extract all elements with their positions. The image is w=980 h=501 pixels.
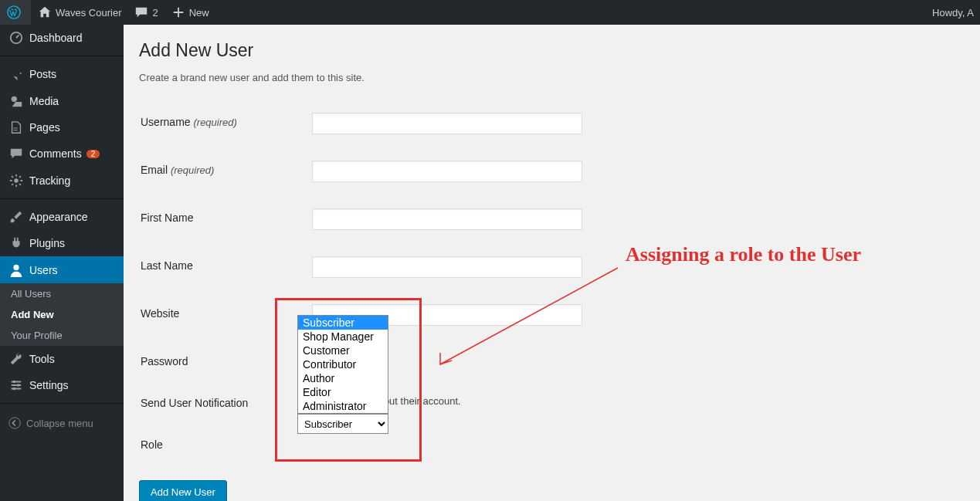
email-label: Email (required) [141, 148, 310, 195]
sidebar-label: Appearance [29, 211, 88, 223]
sidebar-label: Tracking [29, 174, 70, 187]
sidebar-label: Media [29, 95, 59, 107]
svg-point-4 [13, 264, 19, 269]
last-name-label: Last Name [141, 244, 310, 290]
collapse-label: Collapse menu [26, 418, 93, 429]
email-input[interactable] [312, 161, 582, 182]
page-icon [9, 120, 23, 134]
user-form: Username (required) Email (required) Fir… [139, 99, 965, 465]
role-option-editor[interactable]: Editor [298, 385, 388, 399]
page-title: Add New User [139, 40, 965, 61]
sliders-icon [9, 378, 23, 392]
username-input[interactable] [312, 113, 582, 134]
sidebar-item-plugins[interactable]: Plugins [0, 230, 124, 256]
role-option-administrator[interactable]: Administrator [298, 399, 388, 413]
sidebar-item-tools[interactable]: Tools [0, 346, 124, 372]
user-icon [9, 263, 23, 277]
admin-toolbar: Waves Courier 2 New Howdy, A [0, 0, 980, 25]
sidebar-item-users[interactable]: Users [0, 256, 124, 283]
sidebar-label: Posts [29, 68, 56, 80]
notification-label: Send User Notification [141, 381, 310, 421]
role-option-author[interactable]: Author [298, 371, 388, 385]
website-label: Website [141, 292, 310, 338]
main-content: Add New User Create a brand new user and… [124, 25, 980, 501]
home-icon [38, 5, 52, 19]
role-label: Role [141, 423, 310, 463]
submenu-all-users[interactable]: All Users [0, 283, 124, 304]
svg-point-5 [13, 381, 16, 384]
sidebar-label: Settings [29, 379, 69, 391]
site-name: Waves Courier [56, 7, 121, 19]
howdy-text: Howdy, A [932, 7, 974, 19]
dashboard-icon [9, 31, 23, 45]
new-label: New [189, 7, 209, 19]
sidebar-item-comments[interactable]: Comments 2 [0, 140, 124, 167]
comment-icon [134, 5, 148, 19]
comments-link[interactable]: 2 [127, 0, 164, 25]
collapse-icon [8, 416, 22, 430]
role-option-contributor[interactable]: Contributor [298, 357, 388, 371]
users-submenu: All Users Add New Your Profile [0, 283, 124, 346]
page-description: Create a brand new user and add them to … [139, 72, 965, 83]
role-option-customer[interactable]: Customer [298, 344, 388, 357]
sidebar-label: Plugins [29, 237, 65, 249]
pin-icon [9, 68, 23, 82]
password-label: Password [141, 340, 310, 380]
sidebar-item-dashboard[interactable]: Dashboard [0, 25, 124, 51]
first-name-input[interactable] [312, 208, 582, 230]
comment-count-badge: 2 [86, 150, 100, 158]
new-content-link[interactable]: New [164, 0, 215, 25]
role-options-list[interactable]: Subscriber Shop Manager Customer Contrib… [297, 315, 388, 414]
comments-count: 2 [152, 7, 158, 19]
sidebar-label: Pages [29, 121, 60, 134]
gear-icon [9, 174, 23, 188]
first-name-label: First Name [141, 196, 310, 242]
sidebar-item-pages[interactable]: Pages [0, 114, 124, 140]
plug-icon [9, 236, 23, 250]
sidebar-item-settings[interactable]: Settings [0, 372, 124, 398]
sidebar-item-tracking[interactable]: Tracking [0, 167, 124, 193]
svg-point-7 [13, 388, 16, 391]
wordpress-icon [7, 5, 21, 19]
svg-point-8 [9, 418, 20, 428]
wrench-icon [9, 352, 23, 366]
sidebar-item-posts[interactable]: Posts [0, 61, 124, 87]
username-label: Username (required) [141, 100, 310, 147]
sidebar-label: Comments [29, 147, 82, 160]
site-name-link[interactable]: Waves Courier [31, 0, 127, 25]
svg-point-6 [17, 384, 20, 387]
role-option-shop-manager[interactable]: Shop Manager [298, 330, 388, 344]
annotation-text: Assigning a role to the User [626, 243, 861, 266]
submenu-add-new[interactable]: Add New [0, 304, 124, 325]
sidebar-item-media[interactable]: Media [0, 88, 124, 114]
svg-point-2 [12, 96, 17, 102]
add-user-button[interactable]: Add New User [139, 480, 227, 501]
last-name-input[interactable] [312, 256, 582, 278]
role-option-subscriber[interactable]: Subscriber [298, 316, 388, 330]
role-select[interactable]: Subscriber [297, 414, 388, 434]
howdy-account[interactable]: Howdy, A [926, 0, 980, 25]
sidebar-label: Dashboard [29, 32, 83, 44]
brush-icon [9, 210, 23, 224]
submenu-your-profile[interactable]: Your Profile [0, 325, 124, 346]
svg-point-3 [14, 178, 18, 182]
admin-sidebar: Dashboard Posts Media Pages Comments 2 T… [0, 25, 124, 501]
sidebar-label: Users [29, 264, 58, 276]
svg-point-0 [8, 6, 20, 19]
sidebar-label: Tools [29, 353, 55, 365]
collapse-menu[interactable]: Collapse menu [0, 408, 124, 438]
media-icon [9, 94, 23, 108]
sidebar-item-appearance[interactable]: Appearance [0, 204, 124, 230]
comment-icon [9, 147, 23, 161]
wp-logo[interactable] [0, 0, 31, 25]
plus-icon [171, 5, 185, 19]
